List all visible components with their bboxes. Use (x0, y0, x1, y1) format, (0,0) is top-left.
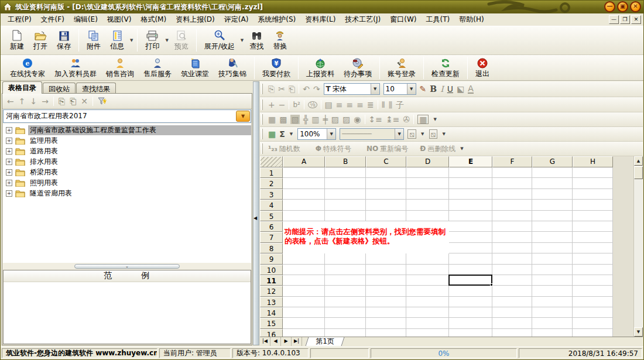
cell-D16[interactable] (406, 329, 449, 337)
toolbar-grip[interactable] (261, 143, 263, 154)
cell-A4[interactable] (283, 200, 325, 210)
cell-H13[interactable] (573, 297, 613, 307)
bold-icon[interactable]: B (430, 85, 437, 93)
cell-H1[interactable] (573, 167, 613, 178)
tree-item[interactable]: + 照明用表 (3, 177, 251, 188)
cell-F14[interactable] (492, 307, 532, 318)
size-dropdown-arrow[interactable]: ▼ (407, 84, 416, 94)
cell-C16[interactable] (366, 329, 406, 337)
row-header[interactable]: 10 (260, 265, 283, 275)
cell-A10[interactable] (283, 265, 325, 275)
vertical-scroll-thumb[interactable] (634, 166, 643, 179)
zoom-select[interactable]: 100% ▼ (297, 128, 336, 140)
cell-B3[interactable] (325, 189, 366, 200)
cell-G6[interactable] (532, 221, 573, 232)
find-button[interactable]: 查找 (245, 28, 268, 53)
fill-color-icon[interactable]: ⬕ (457, 85, 464, 93)
toolbar-grip[interactable] (261, 100, 263, 110)
cell-D4[interactable] (406, 200, 449, 210)
mdi-close-button[interactable]: ✕ (631, 15, 641, 24)
cell-A14[interactable] (283, 307, 325, 318)
pattern-dropdown-arrow[interactable]: ▼ (433, 117, 436, 122)
pattern-icon[interactable]: ▦ (417, 115, 429, 124)
row-header[interactable]: 15 (260, 318, 283, 328)
delete-icon[interactable]: ✕ (81, 97, 88, 105)
cell-F10[interactable] (492, 265, 532, 275)
cell-H12[interactable] (573, 286, 613, 296)
cell-F13[interactable] (492, 297, 532, 307)
lock-icon[interactable]: ◉ (354, 115, 361, 124)
cell-C9[interactable] (366, 253, 406, 264)
menu-system-maintenance[interactable]: 系统维护(S) (253, 13, 300, 26)
cell-F8[interactable] (492, 243, 532, 253)
row-header[interactable]: 11 (260, 275, 283, 286)
cell-C15[interactable] (366, 318, 406, 328)
restore-button[interactable]: ▣ (617, 1, 628, 12)
menu-window[interactable]: 窗口(W) (385, 13, 421, 26)
expand-collapse-button[interactable]: 展开/收起 (200, 28, 239, 53)
sum-dropdown-arrow[interactable]: ▼ (290, 132, 293, 136)
toolbar-grip[interactable] (261, 84, 263, 94)
border1-dropdown-arrow[interactable]: ▼ (421, 132, 424, 136)
cell-H8[interactable] (573, 243, 613, 253)
collapse-example-button[interactable]: ⌄ (74, 264, 180, 269)
cell-C12[interactable] (366, 286, 406, 296)
fill-handle[interactable] (490, 283, 493, 286)
column-narrow-icon[interactable]: ⫴ (382, 101, 385, 109)
paste-icon[interactable]: ⎗ (289, 85, 295, 93)
cell-H11[interactable] (573, 275, 613, 286)
paste-page-icon[interactable]: ⎗ (70, 97, 76, 105)
cell-C13[interactable] (366, 297, 406, 307)
join-group-button[interactable]: 加入资料员群 (50, 55, 101, 81)
cell-H14[interactable] (573, 307, 613, 318)
cell-H5[interactable] (573, 211, 613, 221)
font-dropdown-arrow[interactable]: ▼ (371, 84, 379, 94)
expand-plus-icon[interactable]: + (6, 159, 12, 165)
tab-form-catalog[interactable]: 表格目录 (2, 81, 42, 94)
row-header[interactable]: 1 (260, 167, 283, 178)
column-header[interactable]: B (325, 156, 366, 167)
row-header[interactable]: 12 (260, 286, 283, 296)
cell-E5[interactable] (449, 211, 492, 221)
copy-page-icon[interactable]: ⎘ (59, 97, 65, 105)
expand-plus-icon[interactable]: + (6, 148, 12, 155)
column-header[interactable]: H (573, 156, 613, 167)
expand-plus-icon[interactable]: + (6, 180, 12, 186)
collapse-left-arrow-icon[interactable]: ◀ (254, 215, 257, 221)
menu-data-report[interactable]: 资料上报(D) (171, 13, 220, 26)
row-header[interactable]: 4 (260, 200, 283, 210)
special-symbol-button[interactable]: Φ 特殊符号 (316, 144, 351, 154)
cell-F12[interactable] (492, 286, 532, 296)
cell-F6[interactable] (492, 221, 532, 232)
cell-H3[interactable] (573, 189, 613, 200)
cell-B10[interactable] (325, 265, 366, 275)
cell-H9[interactable] (573, 253, 613, 264)
column-header[interactable]: F (492, 156, 532, 167)
cell-D1[interactable] (406, 167, 449, 178)
cell-F1[interactable] (492, 167, 532, 178)
cell-H4[interactable] (573, 200, 613, 210)
renumber-button[interactable]: NO 重新编号 (366, 144, 408, 154)
prev-sheet-button[interactable]: ◀ (270, 337, 281, 346)
tree-item[interactable]: + 桥梁用表 (3, 167, 251, 177)
cell-C5[interactable] (366, 211, 406, 221)
cell-G14[interactable] (532, 307, 573, 318)
sum-icon[interactable]: Σ (279, 130, 285, 138)
cell-B4[interactable] (325, 200, 366, 210)
menu-view[interactable]: 视图(V) (102, 13, 136, 26)
replace-button[interactable]: 替换 (268, 28, 292, 53)
next-sheet-button[interactable]: ▶ (281, 337, 292, 346)
strikeout-button[interactable]: Đ 画删除线 (420, 144, 455, 154)
cell-D14[interactable] (406, 307, 449, 318)
info-dropdown-arrow[interactable]: ▼ (130, 38, 133, 43)
add-row-icon[interactable]: + (268, 101, 275, 109)
menu-edit[interactable]: 编辑(E) (69, 13, 102, 26)
cell-G3[interactable] (532, 189, 573, 200)
cell-D5[interactable] (406, 211, 449, 221)
cell-H2[interactable] (573, 178, 613, 188)
menu-tools[interactable]: 工具(T) (422, 13, 455, 26)
cell-G13[interactable] (532, 297, 573, 307)
row-header[interactable]: 14 (260, 307, 283, 318)
selected-cell[interactable] (448, 275, 492, 286)
cell-D12[interactable] (406, 286, 449, 296)
